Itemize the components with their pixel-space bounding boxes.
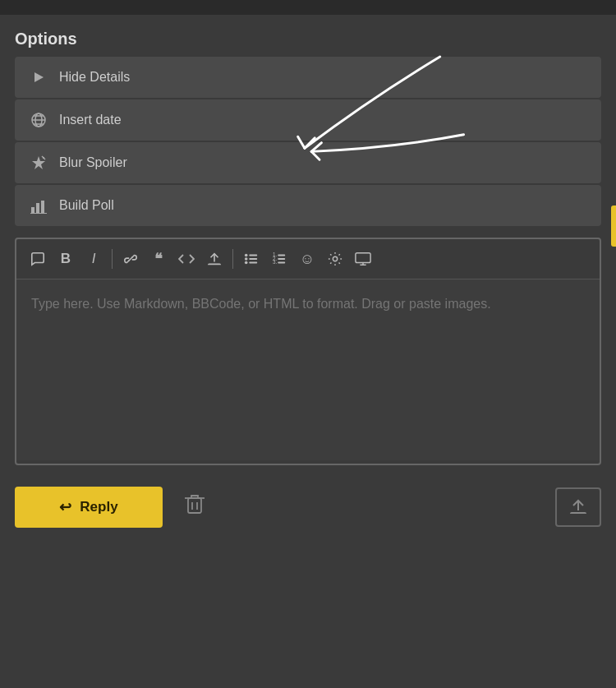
editor-wrapper: B I ❝ <box>15 238 601 465</box>
svg-rect-30 <box>278 262 285 264</box>
unordered-list-button[interactable] <box>238 246 264 272</box>
svg-rect-11 <box>36 203 39 213</box>
build-poll-label: Build Poll <box>59 198 114 213</box>
hide-details-label: Hide Details <box>59 70 130 85</box>
svg-rect-28 <box>278 258 285 260</box>
hide-details-option[interactable]: Hide Details <box>15 57 601 98</box>
monitor-button[interactable] <box>350 246 376 272</box>
options-list: Hide Details Insert date <box>15 57 601 226</box>
upload-button[interactable] <box>555 487 601 527</box>
triangle-right-icon <box>30 68 48 86</box>
svg-point-19 <box>245 254 248 257</box>
svg-rect-32 <box>356 253 370 263</box>
options-panel: Options Hide Details <box>15 30 601 226</box>
magic-icon <box>30 154 48 172</box>
svg-rect-24 <box>249 262 257 264</box>
insert-date-label: Insert date <box>59 113 122 127</box>
reply-arrow-icon: ↩ <box>59 498 71 516</box>
code-button[interactable] <box>173 246 200 272</box>
blockquote-button[interactable]: ❝ <box>145 246 172 272</box>
blur-spoiler-option[interactable]: Blur Spoiler <box>15 142 601 183</box>
action-bar: ↩ Reply <box>15 477 601 538</box>
svg-rect-35 <box>188 498 201 513</box>
build-poll-option[interactable]: Build Poll <box>15 185 601 226</box>
reply-button[interactable]: ↩ Reply <box>15 487 163 528</box>
globe-icon <box>30 111 48 129</box>
yellow-accent <box>611 205 616 247</box>
options-title: Options <box>15 30 601 48</box>
svg-rect-22 <box>249 258 257 260</box>
link-button[interactable] <box>117 246 144 272</box>
emoji-button[interactable]: ☺ <box>294 246 320 272</box>
reply-label: Reply <box>80 499 117 515</box>
settings-button[interactable] <box>322 246 348 272</box>
insert-date-option[interactable]: Insert date <box>15 99 601 141</box>
svg-marker-0 <box>34 72 44 82</box>
svg-rect-26 <box>278 255 285 256</box>
svg-text:3.: 3. <box>273 259 278 265</box>
toolbar-upload-button[interactable] <box>201 246 228 272</box>
italic-button[interactable]: I <box>80 246 107 272</box>
toolbar-divider-2 <box>232 249 233 269</box>
top-strip <box>0 0 616 15</box>
svg-line-18 <box>128 256 132 261</box>
bold-button[interactable]: B <box>53 246 79 272</box>
toolbar-divider-1 <box>112 249 113 269</box>
ordered-list-button[interactable]: 1. 2. 3. <box>266 246 292 272</box>
bar-chart-icon <box>30 196 48 215</box>
svg-point-21 <box>245 257 248 261</box>
svg-rect-20 <box>249 255 257 256</box>
main-container: Options Hide Details <box>0 15 616 688</box>
svg-point-23 <box>245 261 248 265</box>
blur-spoiler-label: Blur Spoiler <box>59 155 127 170</box>
delete-button[interactable] <box>174 485 215 529</box>
editor-textarea[interactable] <box>16 279 600 460</box>
editor-toolbar: B I ❝ <box>16 239 600 279</box>
svg-rect-12 <box>41 201 44 213</box>
svg-point-31 <box>333 256 337 261</box>
svg-rect-10 <box>31 207 34 213</box>
chat-button[interactable] <box>25 246 51 272</box>
